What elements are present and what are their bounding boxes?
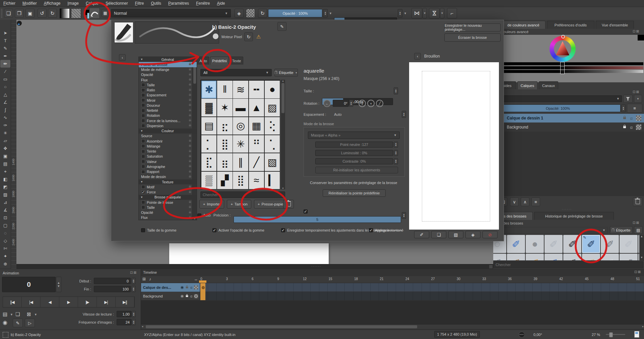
lock-icon[interactable] (186, 286, 188, 288)
drawing-angle-button[interactable]: ∨ (359, 100, 366, 107)
blend-mode-dropdown[interactable]: Normal ▼ (111, 9, 231, 17)
menu-item[interactable]: Calque (86, 1, 99, 6)
visibility-icon[interactable]: ◉ (181, 294, 184, 298)
speed-field[interactable]: 1,00 (117, 311, 131, 317)
select-shapes-tool-icon[interactable]: ➤ (0, 29, 10, 37)
delete-brush-tip-button[interactable] (283, 200, 294, 208)
footer-checkbox-row[interactable]: Taille de la gomme (141, 228, 177, 232)
color-sampler-tool-icon[interactable]: ⌖ (0, 168, 10, 175)
contrast-spinner[interactable]: ▲▼ (394, 158, 398, 164)
brush-tip-tile[interactable]: ▨ (265, 99, 280, 116)
brush-option-row[interactable]: Assombrir (139, 139, 197, 144)
wrap-around-button[interactable]: ⌐ (447, 8, 457, 18)
audio-icon[interactable]: ♪ (149, 277, 151, 281)
option-checkbox[interactable] (141, 150, 145, 153)
zoom-tool-icon[interactable]: ⊕ (0, 260, 10, 268)
lock-icon[interactable] (623, 126, 626, 128)
brush-preset-tile[interactable]: ✐✎ (582, 235, 600, 253)
tab-auto[interactable]: Auto (197, 57, 209, 65)
menu-item[interactable]: Paramètres (168, 1, 189, 6)
brush-tip-tile[interactable]: ▧ (265, 153, 280, 171)
brush-tip-tile[interactable]: ⣏ (201, 153, 216, 171)
open-document-button[interactable]: ❒ (15, 9, 24, 18)
freehand-select-tool-icon[interactable]: ✄ (0, 245, 10, 252)
stamp-button[interactable]: +Tampon (227, 200, 251, 208)
neutral-point-spinner[interactable]: ▲▼ (394, 142, 398, 148)
collapse-options-button[interactable]: ‹ (119, 54, 126, 61)
gradient-tool-icon[interactable]: ▤ (0, 160, 10, 168)
rotate-with-brush-button[interactable]: ◖ (367, 100, 375, 107)
dynamic-brush-tool-icon[interactable]: ✑ (0, 121, 10, 129)
brush-tip-tile[interactable]: ▒ (201, 172, 216, 189)
dock-float-close-icons[interactable]: ⊡⊠ (633, 90, 640, 94)
inherit-alpha-icon[interactable] (194, 294, 198, 298)
chevron-down-icon[interactable]: ▼ (34, 313, 37, 316)
mirror-horizontal-options[interactable]: ▼ (423, 8, 427, 18)
checkbox[interactable] (369, 228, 373, 232)
play-button[interactable]: ▶ (59, 297, 78, 307)
bezier-curve-tool-icon[interactable]: ∫ (0, 106, 10, 114)
brush-option-row[interactable]: Pointe de brosse (139, 200, 197, 205)
option-section-header[interactable]: ▼Couleur (139, 129, 197, 134)
menu-item[interactable]: Affichage (44, 1, 61, 6)
lock-icon[interactable] (623, 117, 626, 119)
drop-frames-icon[interactable]: ◉ (3, 319, 7, 326)
checkbox[interactable] (212, 228, 216, 232)
brush-option-row[interactable]: Taille (139, 205, 197, 210)
brush-tip-tile[interactable]: ⣿ (217, 135, 232, 153)
brush-option-row[interactable]: Saturation (139, 154, 197, 159)
brush-editor-button[interactable] (89, 8, 100, 19)
menu-item[interactable]: Fichier (3, 1, 15, 6)
brush-option-row[interactable]: Espacement (139, 93, 197, 98)
brush-tip-tile[interactable]: ◎ (233, 117, 248, 135)
option-checkbox[interactable] (141, 144, 145, 148)
save-button[interactable]: ▣ (25, 9, 35, 18)
freehand-brush-tool-icon[interactable]: ✏ (0, 60, 10, 68)
workspace-chooser-button[interactable]: ▦ (102, 9, 109, 17)
brush-tip-tile[interactable]: ✶ (217, 99, 232, 116)
new-document-button[interactable]: ❏ (4, 9, 13, 18)
tab-channels[interactable]: Canaux (539, 81, 558, 89)
brush-tip-tile[interactable]: ‖ (217, 81, 232, 98)
size-spinner[interactable]: ▲▼ (398, 9, 402, 17)
option-checkbox[interactable] (141, 98, 145, 102)
brush-preset-tile[interactable]: ✐ (620, 235, 638, 253)
strip-marker[interactable] (560, 70, 565, 74)
layer-opacity-slider[interactable]: Opacité: 100% (495, 104, 621, 112)
frame-toggle-icon[interactable]: ⊠ (27, 311, 31, 317)
add-duplicate-frame-button[interactable]: ▷ (25, 319, 35, 327)
visibility-icon[interactable]: ◉ (181, 285, 184, 289)
transform-tool-icon[interactable]: ▱ (0, 137, 10, 145)
option-checkbox[interactable] (141, 185, 145, 189)
pattern-edit-tool-icon[interactable]: ▨ (0, 191, 10, 198)
preset-filter-dropdown[interactable]: ▼ (494, 227, 608, 234)
add-layer-icon[interactable]: ⊞ (142, 277, 146, 281)
brush-option-row[interactable]: Source (139, 134, 197, 139)
scratchpad-fill-button[interactable]: ◈ (465, 231, 480, 238)
opacity-slider[interactable]: Opacité : 100% (268, 9, 322, 17)
inherit-alpha-icon[interactable] (636, 124, 641, 130)
start-field[interactable]: 0 (94, 278, 131, 284)
brush-option-row[interactable]: Netteté (139, 108, 197, 113)
neutral-point-field[interactable]: Point neutre :127 (315, 142, 393, 148)
reload-engine-button[interactable]: ↻ (244, 32, 253, 41)
timeline-row-selected[interactable]: Calque de des... ◉ α (141, 283, 200, 292)
brush-option-row[interactable]: Rapport (139, 169, 197, 174)
brush-tip-tile[interactable]: ▲ (249, 99, 264, 116)
brush-tip-tile[interactable]: ⢁ (265, 135, 280, 153)
menu-item[interactable]: Outils (151, 1, 161, 6)
dock-float-close-icons[interactable]: ⊡⊠ (634, 270, 641, 274)
opacity-options-arrow[interactable]: ▼ (329, 12, 332, 15)
brush-tip-tile[interactable]: ⣶ (217, 153, 232, 171)
tab-text[interactable]: Texte (230, 57, 243, 65)
scroll-thumb[interactable] (146, 325, 417, 328)
brush-mode-dropdown[interactable]: Masque « Alpha » ▼ (308, 132, 400, 139)
inherit-alpha-icon[interactable] (194, 285, 198, 289)
brush-option-row[interactable]: Force (139, 190, 197, 195)
preset-view-mode-button[interactable]: ▤ (634, 226, 643, 234)
previous-frame-button[interactable]: ◀ (41, 297, 59, 307)
brightness-spinner[interactable]: ▲▼ (394, 150, 398, 156)
zoom-slider-thumb[interactable] (609, 332, 613, 337)
option-checkbox[interactable] (141, 160, 145, 163)
move-tool-icon[interactable]: ✥ (0, 145, 10, 152)
